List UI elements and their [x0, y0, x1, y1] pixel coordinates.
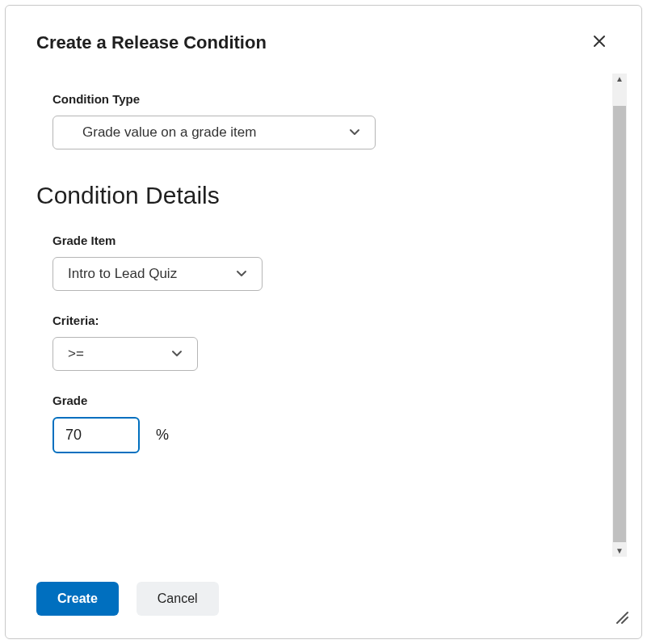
release-condition-modal: Create a Release Condition Condition Typ… — [5, 5, 642, 639]
scrollbar[interactable]: ▲ ▼ — [612, 74, 627, 557]
criteria-label: Criteria: — [36, 314, 585, 327]
scroll-up-icon[interactable]: ▲ — [615, 74, 624, 85]
grade-item-select[interactable]: Intro to Lead Quiz — [53, 257, 263, 291]
scroll-down-icon[interactable]: ▼ — [615, 545, 624, 557]
chevron-down-icon — [349, 128, 360, 137]
grade-item-label: Grade Item — [36, 234, 585, 247]
condition-type-select[interactable]: Grade value on a grade item — [53, 116, 376, 149]
condition-type-group: Condition Type Grade value on a grade it… — [36, 92, 585, 149]
criteria-select[interactable]: >= — [53, 337, 198, 371]
modal-body: Condition Type Grade value on a grade it… — [6, 61, 641, 492]
condition-type-label: Condition Type — [36, 92, 585, 106]
create-button[interactable]: Create — [36, 582, 119, 616]
grade-group: Grade % — [36, 394, 585, 453]
svg-line-0 — [617, 612, 628, 623]
modal-footer: Create Cancel — [6, 569, 641, 638]
condition-details-heading: Condition Details — [36, 182, 585, 209]
resize-icon — [614, 609, 628, 624]
grade-input[interactable] — [53, 417, 140, 453]
grade-row: % — [53, 417, 585, 453]
modal-body-wrap: Condition Type Grade value on a grade it… — [6, 61, 641, 569]
resize-handle[interactable] — [614, 609, 628, 624]
condition-type-value: Grade value on a grade item — [82, 124, 256, 140]
modal-title: Create a Release Condition — [36, 32, 267, 53]
cancel-button[interactable]: Cancel — [137, 582, 219, 616]
close-icon — [593, 35, 606, 50]
criteria-select-wrap: >= — [53, 337, 198, 371]
modal-header: Create a Release Condition — [6, 6, 641, 61]
chevron-down-icon — [236, 270, 247, 278]
condition-type-select-wrap: Grade value on a grade item — [53, 116, 376, 149]
grade-item-value: Intro to Lead Quiz — [68, 266, 177, 281]
grade-item-select-wrap: Intro to Lead Quiz — [53, 257, 263, 291]
percent-symbol: % — [156, 427, 169, 444]
scroll-thumb[interactable] — [613, 106, 626, 542]
chevron-down-icon — [171, 350, 183, 358]
criteria-value: >= — [68, 346, 84, 361]
grade-item-group: Grade Item Intro to Lead Quiz — [36, 234, 585, 291]
grade-label: Grade — [36, 394, 585, 407]
criteria-group: Criteria: >= — [36, 314, 585, 371]
close-button[interactable] — [588, 30, 611, 55]
